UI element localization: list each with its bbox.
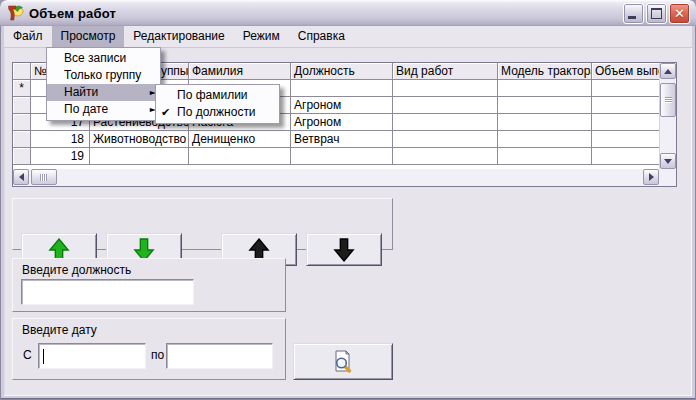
horizontal-scroll-thumb[interactable] bbox=[31, 169, 57, 185]
cell-volume[interactable] bbox=[592, 97, 659, 114]
cell-surname[interactable]: Денищенко bbox=[189, 131, 291, 148]
cell-position[interactable]: Ветврач bbox=[291, 131, 393, 148]
date-from-input[interactable] bbox=[38, 343, 146, 369]
row-indicator[interactable] bbox=[13, 97, 31, 114]
menu-item-by-surname[interactable]: По фамилии bbox=[156, 87, 279, 104]
cell-num[interactable]: 18 bbox=[31, 131, 90, 148]
cell-tractor[interactable] bbox=[498, 131, 592, 148]
table-row: 19 bbox=[13, 148, 676, 165]
cell-tractor[interactable] bbox=[498, 148, 592, 165]
menu-item-label: По дате bbox=[64, 102, 108, 116]
cell-position[interactable] bbox=[291, 148, 393, 165]
date-from-label: С bbox=[23, 348, 32, 362]
cell-position[interactable] bbox=[291, 80, 393, 97]
row-indicator[interactable] bbox=[13, 148, 31, 165]
maximize-icon bbox=[651, 8, 662, 19]
cell-position[interactable]: Агроном bbox=[291, 114, 393, 131]
cell-position[interactable]: Агроном bbox=[291, 97, 393, 114]
delphi-7-icon bbox=[6, 5, 24, 21]
cell-num[interactable]: 19 bbox=[31, 148, 90, 165]
checkmark-icon bbox=[161, 104, 170, 121]
horizontal-scrollbar bbox=[13, 169, 659, 186]
window-title: Объем работ bbox=[29, 6, 116, 21]
print-preview-icon bbox=[332, 350, 354, 374]
cell-group[interactable]: Животноводство bbox=[90, 131, 189, 148]
date-to-input[interactable] bbox=[166, 343, 273, 369]
cell-work[interactable] bbox=[393, 148, 498, 165]
position-search-panel: Введите должность bbox=[12, 258, 286, 312]
down-arrow-icon bbox=[664, 159, 672, 164]
print-preview-button[interactable] bbox=[293, 343, 393, 380]
menu-view[interactable]: Просмотр bbox=[52, 26, 125, 47]
cell-group[interactable] bbox=[90, 148, 189, 165]
column-header-surname: Фамилия bbox=[189, 63, 291, 80]
cell-volume[interactable] bbox=[592, 114, 659, 131]
scroll-up-button[interactable] bbox=[660, 63, 676, 79]
grid-corner bbox=[13, 63, 31, 80]
cell-work[interactable] bbox=[393, 131, 498, 148]
scrollbar-corner bbox=[659, 169, 676, 186]
find-submenu: По фамилии По должности bbox=[155, 84, 280, 124]
close-button[interactable]: ✕ bbox=[669, 3, 690, 24]
title-bar[interactable]: Объем работ ✕ bbox=[0, 0, 696, 26]
black-down-arrow-icon bbox=[333, 237, 355, 263]
left-arrow-icon bbox=[19, 173, 24, 181]
cell-work[interactable] bbox=[393, 80, 498, 97]
text-caret bbox=[43, 349, 44, 364]
right-arrow-icon bbox=[649, 173, 654, 181]
menu-item-all-records[interactable]: Все записи bbox=[47, 50, 160, 67]
cell-tractor[interactable] bbox=[498, 97, 592, 114]
menu-item-by-date[interactable]: По дате bbox=[47, 101, 160, 118]
menu-edit[interactable]: Редактирование bbox=[124, 26, 233, 47]
menu-file[interactable]: Файл bbox=[4, 26, 52, 47]
scroll-left-button[interactable] bbox=[13, 169, 29, 185]
cell-work[interactable] bbox=[393, 114, 498, 131]
column-header-work: Вид работ bbox=[393, 63, 498, 80]
maximize-button[interactable] bbox=[646, 3, 667, 24]
menu-item-find[interactable]: Найти bbox=[47, 84, 160, 101]
column-header-volume: Объем выполнения bbox=[592, 63, 659, 80]
date-to-label: по bbox=[151, 348, 164, 362]
cell-tractor[interactable] bbox=[498, 80, 592, 97]
table-row: 18 Животноводство Денищенко Ветврач bbox=[13, 131, 676, 148]
menu-item-label: Найти bbox=[64, 85, 98, 99]
cell-volume[interactable] bbox=[592, 80, 659, 97]
menu-item-by-position[interactable]: По должности bbox=[156, 104, 279, 121]
date-panel-label: Введите дату bbox=[22, 323, 97, 337]
minimize-button[interactable] bbox=[623, 3, 644, 24]
row-indicator[interactable] bbox=[13, 131, 31, 148]
row-indicator[interactable] bbox=[13, 114, 31, 131]
view-dropdown-menu: Все записи Только группу Найти По дате bbox=[46, 47, 161, 121]
position-input[interactable] bbox=[21, 279, 194, 305]
move-down-black-button[interactable] bbox=[306, 233, 382, 266]
scroll-right-button[interactable] bbox=[643, 169, 659, 185]
vertical-scroll-thumb[interactable] bbox=[660, 83, 676, 117]
menu-mode[interactable]: Режим bbox=[234, 26, 289, 47]
cell-tractor[interactable] bbox=[498, 114, 592, 131]
app-window: Объем работ ✕ Файл Просмотр Редактирован… bbox=[0, 0, 696, 400]
menu-help[interactable]: Справка bbox=[289, 26, 354, 47]
date-search-panel: Введите дату С по bbox=[12, 318, 286, 380]
cell-surname[interactable] bbox=[189, 148, 291, 165]
column-header-position: Должность bbox=[291, 63, 393, 80]
scroll-down-button[interactable] bbox=[660, 153, 676, 169]
cell-volume[interactable] bbox=[592, 148, 659, 165]
client-area: Файл Просмотр Редактирование Режим Справ… bbox=[4, 26, 692, 396]
menu-bar: Файл Просмотр Редактирование Режим Справ… bbox=[4, 26, 692, 48]
position-panel-label: Введите должность bbox=[22, 263, 131, 277]
thumb-grip-icon bbox=[665, 97, 672, 98]
vertical-scrollbar bbox=[659, 63, 676, 169]
row-indicator[interactable]: * bbox=[13, 80, 31, 97]
thumb-grip-icon bbox=[40, 174, 41, 181]
menu-item-label: По должности bbox=[177, 105, 256, 119]
close-icon: ✕ bbox=[674, 7, 685, 20]
cell-work[interactable] bbox=[393, 97, 498, 114]
menu-item-only-group[interactable]: Только группу bbox=[47, 67, 160, 84]
up-arrow-icon bbox=[664, 69, 672, 74]
minimize-icon bbox=[628, 16, 636, 19]
cell-volume[interactable] bbox=[592, 131, 659, 148]
navigation-panel bbox=[12, 198, 393, 250]
column-header-tractor: Модель трактора bbox=[498, 63, 592, 80]
